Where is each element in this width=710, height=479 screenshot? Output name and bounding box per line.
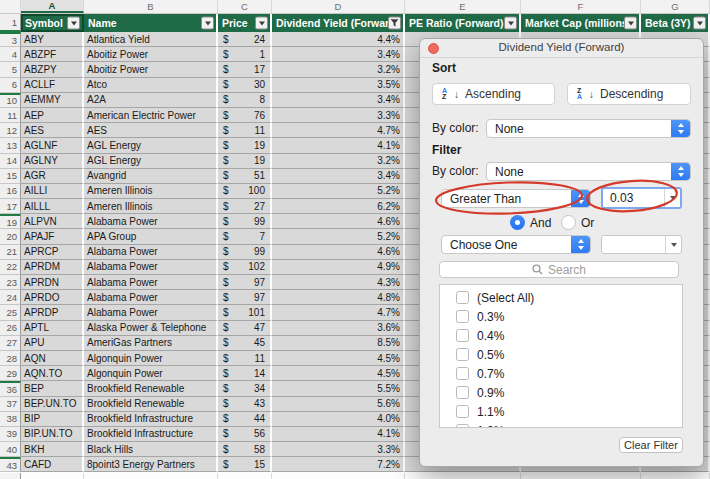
column-header-beta-3y-[interactable]: Beta (3Y): [641, 14, 710, 32]
cell-price[interactable]: $97: [218, 275, 272, 290]
cell-yield[interactable]: 4.3%: [272, 275, 405, 290]
column-header-dividend-yield-forward-[interactable]: Dividend Yield (Forward): [272, 14, 405, 32]
cell-yield[interactable]: 3.4%: [272, 47, 405, 62]
cell-name[interactable]: Atco: [84, 78, 218, 93]
cell-yield[interactable]: 5.6%: [272, 397, 405, 412]
row-header-10[interactable]: 10: [0, 93, 21, 108]
cell-yield[interactable]: 3.3%: [272, 108, 405, 123]
cell-symbol[interactable]: AILLL: [21, 199, 84, 214]
cell-name[interactable]: Aboitiz Power: [84, 47, 218, 62]
filter-list-item[interactable]: 0.3%: [440, 307, 682, 326]
checkbox[interactable]: [456, 291, 469, 304]
row-header-29[interactable]: 29: [0, 366, 21, 381]
column-letter-B[interactable]: B: [84, 0, 218, 13]
cell-name[interactable]: AmeriGas Partners: [84, 336, 218, 351]
column-header-market-cap-millions-[interactable]: Market Cap (millions): [521, 14, 641, 32]
sort-descending-button[interactable]: ZA ↓ Descending: [567, 83, 691, 105]
cell-symbol[interactable]: ABZPY: [21, 62, 84, 77]
row-header-5[interactable]: 5: [0, 62, 21, 77]
filter-list-item[interactable]: 0.7%: [440, 364, 682, 383]
filter-dropdown-button[interactable]: [693, 17, 706, 30]
cell-symbol[interactable]: BEP.UN.TO: [21, 397, 84, 412]
filter-funnel-button[interactable]: [388, 17, 401, 30]
cell-name[interactable]: Brookfield Renewable: [84, 381, 218, 396]
cell-name[interactable]: Alabama Power: [84, 214, 218, 229]
filter-by-color-dropdown[interactable]: None: [486, 162, 691, 181]
cell-yield[interactable]: 3.2%: [272, 154, 405, 169]
cell-yield[interactable]: 4.4%: [272, 32, 405, 47]
cell-name[interactable]: Brookfield Infrastructure: [84, 427, 218, 442]
cell-price[interactable]: $102: [218, 260, 272, 275]
cell-name[interactable]: Aboitiz Power: [84, 62, 218, 77]
cell-yield[interactable]: 3.4%: [272, 169, 405, 184]
row-header-15[interactable]: 15: [0, 169, 21, 184]
filter-dropdown-button[interactable]: [201, 17, 214, 30]
cell-yield[interactable]: 3.2%: [272, 62, 405, 77]
cell-price[interactable]: $100: [218, 184, 272, 199]
sort-by-color-dropdown[interactable]: None: [486, 119, 691, 138]
cell-name[interactable]: Ameren Illinois: [84, 184, 218, 199]
filter-list-item[interactable]: 0.9%: [440, 383, 682, 402]
row-header-11[interactable]: 11: [0, 108, 21, 123]
row-header-40[interactable]: 40: [0, 442, 21, 457]
cell-symbol[interactable]: APAJF: [21, 229, 84, 244]
cell-symbol[interactable]: APRCP: [21, 245, 84, 260]
cell-name[interactable]: Ameren Illinois: [84, 199, 218, 214]
close-button[interactable]: [428, 43, 439, 54]
cell-price[interactable]: $76: [218, 108, 272, 123]
cell-price[interactable]: $15: [218, 457, 272, 472]
column-letter-D[interactable]: D: [272, 0, 405, 13]
row-header-37[interactable]: 37: [0, 397, 21, 412]
column-header-pe-ratio-forward-[interactable]: PE Ratio (Forward): [405, 14, 521, 32]
row-header-38[interactable]: 38: [0, 412, 21, 427]
row-header-27[interactable]: 27: [0, 336, 21, 351]
filter-dropdown-button[interactable]: [624, 17, 637, 30]
cell-symbol[interactable]: BKH: [21, 442, 84, 457]
cell-name[interactable]: Brookfield Renewable: [84, 397, 218, 412]
cell-symbol[interactable]: CAFD: [21, 457, 84, 472]
cell-yield[interactable]: 7.2%: [272, 457, 405, 472]
filter-dropdown-button[interactable]: [504, 17, 517, 30]
row-header-23[interactable]: 23: [0, 275, 21, 290]
cell-yield[interactable]: 3.4%: [272, 93, 405, 108]
cell-price[interactable]: $17: [218, 62, 272, 77]
cell-name[interactable]: Alaska Power & Telephone: [84, 321, 218, 336]
row-header-1[interactable]: 1: [0, 14, 21, 32]
cell-name[interactable]: Alabama Power: [84, 290, 218, 305]
combo-arrow-icon[interactable]: [664, 189, 680, 207]
cell-symbol[interactable]: APTL: [21, 321, 84, 336]
checkbox[interactable]: [456, 367, 469, 380]
cell-symbol[interactable]: APU: [21, 336, 84, 351]
cell-price[interactable]: $27: [218, 199, 272, 214]
checkbox[interactable]: [456, 386, 469, 399]
sort-ascending-button[interactable]: AZ ↓ Ascending: [432, 83, 555, 105]
cell-price[interactable]: $19: [218, 154, 272, 169]
and-radio[interactable]: [510, 215, 525, 230]
clear-filter-button[interactable]: Clear Filter: [619, 437, 683, 453]
column-header-price[interactable]: Price: [218, 14, 272, 32]
cell-symbol[interactable]: AGLNY: [21, 154, 84, 169]
cell-symbol[interactable]: ALPVN: [21, 214, 84, 229]
cell-name[interactable]: Atlantica Yield: [84, 32, 218, 47]
cell-symbol[interactable]: AES: [21, 123, 84, 138]
cell-price[interactable]: $97: [218, 290, 272, 305]
cell-price[interactable]: $51: [218, 169, 272, 184]
cell-yield[interactable]: 8.5%: [272, 336, 405, 351]
cell-yield[interactable]: 6.2%: [272, 199, 405, 214]
cell-yield[interactable]: 3.5%: [272, 78, 405, 93]
cell-yield[interactable]: 3.6%: [272, 321, 405, 336]
column-letter-F[interactable]: F: [521, 0, 641, 13]
cell-symbol[interactable]: BEP: [21, 381, 84, 396]
cell-name[interactable]: APA Group: [84, 229, 218, 244]
cell-name[interactable]: Avangrid: [84, 169, 218, 184]
row-header-12[interactable]: 12: [0, 123, 21, 138]
cell-price[interactable]: $47: [218, 321, 272, 336]
row-header-26[interactable]: 26: [0, 321, 21, 336]
cell-symbol[interactable]: ACLLF: [21, 78, 84, 93]
cell-yield[interactable]: 4.7%: [272, 123, 405, 138]
cell-yield[interactable]: 4.0%: [272, 412, 405, 427]
row-header-24[interactable]: 24: [0, 290, 21, 305]
row-header-6[interactable]: 6: [0, 78, 21, 93]
cell-symbol[interactable]: BIP.UN.TO: [21, 427, 84, 442]
cell-name[interactable]: Algonquin Power: [84, 366, 218, 381]
